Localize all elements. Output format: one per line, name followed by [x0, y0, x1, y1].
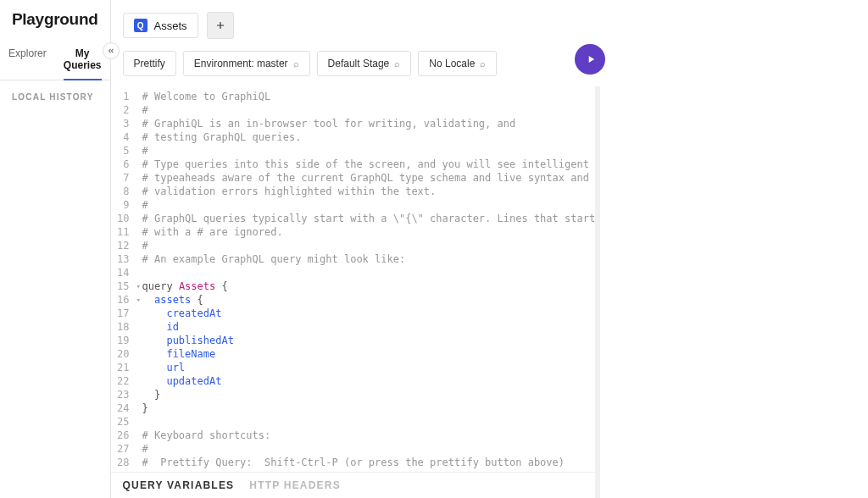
page-title: Playground — [12, 10, 98, 29]
line-content: # — [142, 103, 596, 117]
sidebar-tab-my-queries[interactable]: My Queries — [55, 39, 110, 80]
collapse-sidebar-button[interactable] — [103, 42, 120, 59]
sidebar-tab-explorer[interactable]: Explorer — [0, 39, 55, 80]
stage-select[interactable]: Default Stage⌕ — [317, 51, 412, 76]
local-history-heading: LOCAL HISTORY — [0, 80, 110, 113]
line-content: # — [142, 239, 596, 252]
code-line[interactable]: 19 publishedAt — [111, 334, 596, 347]
sidebar-header: Playground — [0, 0, 110, 39]
code-line[interactable]: 14 — [111, 266, 596, 279]
code-line[interactable]: 26# Keyboard shortcuts: — [111, 429, 596, 442]
fold-gutter-icon — [136, 266, 142, 279]
query-tab-active[interactable]: Q Assets — [123, 13, 198, 38]
add-tab-button[interactable] — [207, 12, 234, 39]
fold-gutter-icon — [136, 252, 142, 266]
line-number: 27 — [111, 442, 136, 456]
code-line[interactable]: 10# GraphQL queries typically start with… — [111, 212, 596, 225]
line-number: 3 — [111, 117, 136, 130]
fold-gutter-icon — [136, 334, 142, 347]
code-line[interactable]: 28# Prettify Query: Shift-Ctrl-P (or pre… — [111, 456, 596, 469]
execute-button[interactable] — [575, 44, 605, 75]
code-line[interactable]: 24} — [111, 401, 596, 415]
code-line[interactable]: 8# validation errors highlighted within … — [111, 185, 596, 198]
line-number: 19 — [111, 334, 136, 347]
line-content: createdAt — [142, 307, 596, 320]
code-line[interactable]: 11# with a # are ignored. — [111, 225, 596, 239]
line-number: 12 — [111, 239, 136, 252]
line-content: # Type queries into this side of the scr… — [142, 158, 596, 171]
code-line[interactable]: 12# — [111, 239, 596, 252]
line-content: # with a # are ignored. — [142, 225, 596, 239]
line-content: } — [142, 401, 596, 415]
code-line[interactable]: 9# — [111, 198, 596, 212]
line-number: 21 — [111, 361, 136, 374]
tab-http-headers[interactable]: HTTP HEADERS — [249, 479, 341, 491]
fold-gutter-icon — [136, 158, 142, 171]
chevron-left-icon — [107, 47, 115, 55]
line-number: 16 — [111, 293, 136, 307]
code-line[interactable]: 18 id — [111, 320, 596, 334]
code-line[interactable]: 20 fileName — [111, 347, 596, 361]
fold-gutter-icon — [136, 347, 142, 361]
line-content: # testing GraphQL queries. — [142, 130, 596, 144]
line-number: 18 — [111, 320, 136, 334]
fold-gutter-icon — [136, 90, 142, 103]
line-content — [142, 415, 596, 429]
code-line[interactable]: 17 createdAt — [111, 307, 596, 320]
fold-gutter-icon — [136, 212, 142, 225]
code-line[interactable]: 5# — [111, 144, 596, 158]
line-content: updatedAt — [142, 374, 596, 388]
prettify-button[interactable]: Prettify — [123, 51, 176, 76]
code-line[interactable]: 7# typeaheads aware of the current Graph… — [111, 171, 596, 185]
line-content: url — [142, 361, 596, 374]
query-badge-icon: Q — [134, 19, 147, 32]
code-line[interactable]: 2# — [111, 103, 596, 117]
code-line[interactable]: 23 } — [111, 388, 596, 401]
fold-gutter-icon — [136, 429, 142, 442]
code-line[interactable]: 27# — [111, 442, 596, 456]
fold-gutter-icon — [136, 442, 142, 456]
code-editor[interactable]: 1# Welcome to GraphiQL2#3# GraphiQL is a… — [111, 86, 596, 472]
line-content: publishedAt — [142, 334, 596, 347]
line-number: 28 — [111, 456, 136, 469]
fold-gutter-icon — [136, 239, 142, 252]
fold-gutter-icon[interactable]: ▾ — [136, 279, 142, 293]
line-number: 7 — [111, 171, 136, 185]
query-editor-pane: 1# Welcome to GraphiQL2#3# GraphiQL is a… — [111, 86, 596, 498]
fold-gutter-icon[interactable]: ▾ — [136, 293, 142, 307]
code-line[interactable]: 13# An example GraphQL query might look … — [111, 252, 596, 266]
fold-gutter-icon — [136, 361, 142, 374]
code-line[interactable]: 16▾ assets { — [111, 293, 596, 307]
query-tab-label: Assets — [154, 19, 187, 32]
line-number: 10 — [111, 212, 136, 225]
fold-gutter-icon — [136, 320, 142, 334]
line-number: 1 — [111, 90, 136, 103]
code-line[interactable]: 3# GraphiQL is an in-browser tool for wr… — [111, 117, 596, 130]
line-content: # Prettify Query: Shift-Ctrl-P (or press… — [142, 456, 596, 469]
result-pane — [600, 86, 868, 498]
line-number: 17 — [111, 307, 136, 320]
environment-select[interactable]: Environment: master⌕ — [183, 51, 310, 76]
code-line[interactable]: 25 — [111, 415, 596, 429]
code-line[interactable]: 15▾query Assets { — [111, 279, 596, 293]
fold-gutter-icon — [136, 225, 142, 239]
line-content: id — [142, 320, 596, 334]
line-number: 20 — [111, 347, 136, 361]
locale-select[interactable]: No Locale⌕ — [418, 51, 497, 76]
code-line[interactable]: 6# Type queries into this side of the sc… — [111, 158, 596, 171]
line-number: 11 — [111, 225, 136, 239]
line-number: 8 — [111, 185, 136, 198]
line-content: # — [142, 442, 596, 456]
line-number: 2 — [111, 103, 136, 117]
line-content: # An example GraphQL query might look li… — [142, 252, 596, 266]
fold-gutter-icon — [136, 415, 142, 429]
code-line[interactable]: 22 updatedAt — [111, 374, 596, 388]
code-line[interactable]: 1# Welcome to GraphiQL — [111, 90, 596, 103]
code-line[interactable]: 21 url — [111, 361, 596, 374]
line-content — [142, 266, 596, 279]
fold-gutter-icon — [136, 171, 142, 185]
fold-gutter-icon — [136, 456, 142, 469]
tab-query-variables[interactable]: QUERY VARIABLES — [123, 479, 235, 491]
code-line[interactable]: 4# testing GraphQL queries. — [111, 130, 596, 144]
line-content: # — [142, 144, 596, 158]
